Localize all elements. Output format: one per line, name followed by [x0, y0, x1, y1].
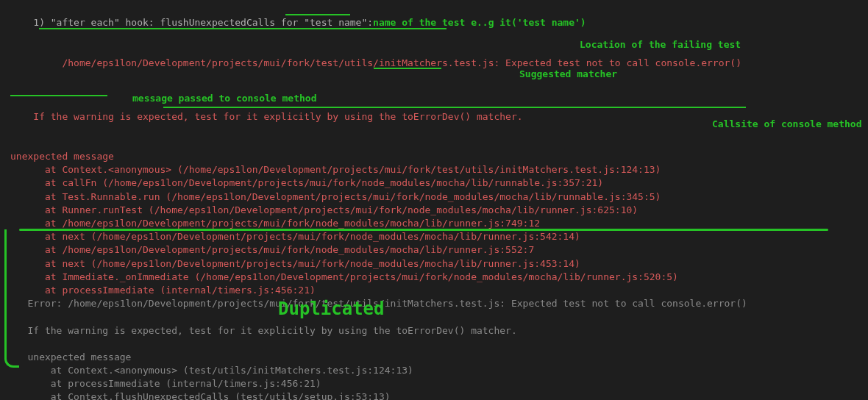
error-expected: : Expected test not to call console.erro…	[494, 57, 741, 68]
advice-post: matcher.	[471, 111, 522, 122]
advice-matcher: toErrorDev()	[402, 111, 471, 122]
terminal-output: 1) "after each" hook: flushUnexpectedCal…	[0, 3, 868, 400]
annot-testname: name of the test e..g it('test name')	[373, 17, 586, 28]
stack-line: at Context.<anonymous> (/home/eps1lon/De…	[0, 163, 868, 176]
test-header-line: 1) "after each" hook: flushUnexpectedCal…	[0, 3, 868, 43]
gray-advice: If the warning is expected, test for it …	[0, 324, 868, 338]
underline-callsite	[163, 107, 746, 108]
colon: :	[367, 17, 373, 28]
blank-line-4	[0, 338, 868, 351]
underline-unexpected	[10, 95, 107, 96]
underline-testname	[285, 14, 350, 15]
blank-line	[0, 83, 868, 96]
annot-location: Location of the failing test	[580, 38, 741, 51]
blank-line-2	[0, 137, 868, 150]
stack-line: at Runner.runTest (/home/eps1lon/Develop…	[0, 204, 868, 217]
advice-pre: If the warning is expected, test for it …	[33, 111, 402, 122]
annot-matcher: Suggested matcher	[519, 68, 617, 81]
gray-stack-line: at Context.flushUnexpectedCalls (test/ut…	[0, 390, 868, 400]
gray-expected: : Expected test not to call console.erro…	[499, 298, 747, 309]
blank-line-3	[0, 310, 868, 324]
annot-msgpassed: message passed to console method	[132, 92, 316, 105]
stack-line: at /home/eps1lon/Development/projects/mu…	[0, 243, 868, 257]
stack-line: at next (/home/eps1lon/Development/proje…	[0, 230, 868, 243]
hook-prefix: "after each" hook: flushUnexpectedCalls …	[51, 17, 304, 28]
underline-matcher	[374, 68, 441, 69]
stack-line: at Test.Runnable.run (/home/eps1lon/Deve…	[0, 190, 868, 204]
stack-line: at Immediate._onImmediate (/home/eps1lon…	[0, 271, 868, 284]
unexpected-msg: unexpected message	[0, 150, 868, 163]
test-index: 1)	[33, 17, 50, 28]
gray-stack-line: at processImmediate (internal/timers.js:…	[0, 377, 868, 390]
annot-callsite: Callsite of console method	[712, 118, 862, 131]
stack-line: at next (/home/eps1lon/Development/proje…	[0, 257, 868, 271]
underline-path	[39, 28, 447, 29]
stack-line: at processImmediate (internal/timers.js:…	[0, 284, 868, 297]
gray-stack-line: at Context.<anonymous> (test/utils/initM…	[0, 364, 868, 377]
duplicated-bracket	[4, 229, 19, 368]
gray-unexpected: unexpected message	[0, 351, 868, 364]
error-path: /home/eps1lon/Development/projects/mui/f…	[62, 57, 494, 68]
test-name-quoted: "test name"	[304, 17, 367, 28]
error-line-gray: Error: /home/eps1lon/Development/project…	[0, 297, 868, 310]
annot-duplicated: Duplicated	[278, 297, 385, 322]
stack-line: at callFn (/home/eps1lon/Development/pro…	[0, 176, 868, 190]
separator-top	[19, 229, 828, 231]
